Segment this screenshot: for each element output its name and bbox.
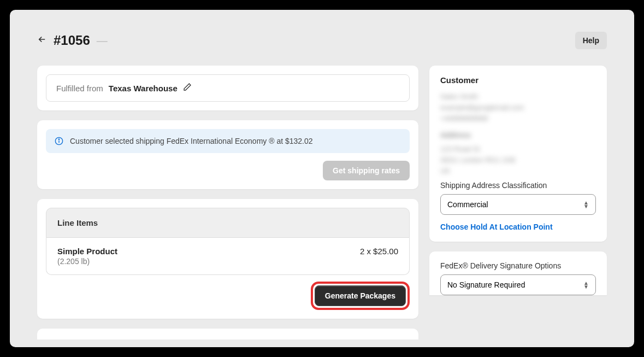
get-shipping-rates-button[interactable]: Get shipping rates — [323, 161, 410, 180]
signature-value: No Signature Required — [447, 280, 525, 289]
line-item-row: Simple Product (2.205 lb) 2 x $25.00 — [46, 238, 410, 275]
signature-select[interactable]: No Signature Required ▲▼ — [440, 274, 596, 295]
svg-point-2 — [58, 139, 59, 139]
help-button[interactable]: Help — [575, 32, 607, 49]
customer-details-redacted: Sales Smith example@googlemail.com +4499… — [440, 92, 596, 174]
page-title: #1056 — [54, 33, 90, 48]
info-banner: Customer selected shipping FedEx Interna… — [46, 129, 410, 153]
customer-heading: Customer — [440, 75, 596, 85]
shipping-info-text: Customer selected shipping FedEx Interna… — [70, 137, 313, 145]
fulfillment-box: Fulfilled from Texas Warehouse — [46, 74, 410, 102]
pencil-icon[interactable] — [183, 83, 192, 93]
next-card-top — [37, 329, 418, 340]
line-items-card: Line Items Simple Product (2.205 lb) 2 x… — [37, 199, 418, 319]
signature-heading: FedEx® Delivery Signature Options — [440, 261, 596, 270]
generate-packages-button[interactable]: Generate Packages — [315, 285, 406, 306]
shipping-classification-value: Commercial — [447, 200, 488, 209]
line-items-heading: Line Items — [46, 208, 410, 238]
select-arrows-icon: ▲▼ — [583, 281, 589, 289]
shipping-classification-label: Shipping Address Classification — [440, 181, 596, 190]
fulfilled-from-label: Fulfilled from — [56, 84, 103, 93]
generate-packages-highlight: Generate Packages — [311, 282, 410, 310]
back-icon[interactable] — [37, 34, 47, 47]
line-item-weight: (2.205 lb) — [57, 257, 117, 266]
signature-options-card: FedEx® Delivery Signature Options No Sig… — [429, 251, 607, 295]
shipping-classification-select[interactable]: Commercial ▲▼ — [440, 194, 596, 215]
line-item-name: Simple Product — [57, 247, 117, 256]
customer-card: Customer Sales Smith example@googlemail.… — [429, 66, 607, 242]
hold-at-location-link[interactable]: Choose Hold At Location Point — [440, 223, 553, 231]
fulfilled-from-value: Texas Warehouse — [109, 84, 178, 93]
select-arrows-icon: ▲▼ — [583, 201, 589, 208]
info-icon — [55, 137, 63, 145]
shipping-info-card: Customer selected shipping FedEx Interna… — [37, 120, 418, 189]
title-dash: — — [97, 34, 108, 47]
fulfillment-card: Fulfilled from Texas Warehouse — [37, 66, 418, 110]
line-item-price: 2 x $25.00 — [360, 247, 398, 256]
